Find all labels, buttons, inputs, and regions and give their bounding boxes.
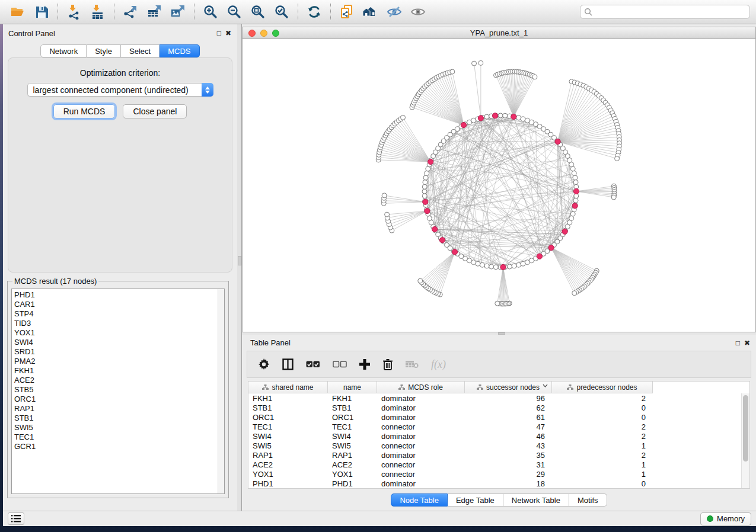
- open-file-button[interactable]: [6, 2, 30, 22]
- graph-hub-node[interactable]: [537, 254, 542, 259]
- graph-node[interactable]: [484, 114, 489, 119]
- mcds-result-item[interactable]: PHD1: [14, 290, 218, 300]
- graph-node[interactable]: [573, 175, 578, 180]
- graph-hub-node[interactable]: [423, 199, 428, 204]
- graph-hub-node[interactable]: [548, 245, 554, 251]
- graph-hub-node[interactable]: [500, 264, 506, 270]
- graph-node[interactable]: [425, 171, 429, 175]
- column-header-predecessor-nodes[interactable]: predecessor nodes: [552, 382, 653, 393]
- splitter-grip[interactable]: [238, 256, 241, 265]
- graph-hub-node[interactable]: [555, 139, 560, 144]
- graph-node[interactable]: [525, 260, 529, 265]
- memory-button[interactable]: Memory: [700, 512, 751, 525]
- graph-node[interactable]: [480, 262, 484, 267]
- search-box[interactable]: [580, 5, 750, 19]
- tab-network[interactable]: Network: [40, 44, 87, 57]
- graph-node[interactable]: [572, 171, 576, 175]
- graph-hub-node[interactable]: [478, 116, 483, 121]
- export-network-button[interactable]: [119, 2, 142, 22]
- deselect-all-button[interactable]: [333, 360, 347, 368]
- graph-hub-node[interactable]: [432, 226, 438, 232]
- mcds-result-item[interactable]: GCR1: [14, 442, 218, 451]
- zoom-selected-button[interactable]: [270, 2, 294, 22]
- graph-leaf-node[interactable]: [401, 115, 406, 120]
- tab-style[interactable]: Style: [87, 44, 121, 57]
- zoom-in-button[interactable]: [199, 2, 222, 22]
- graph-node[interactable]: [570, 211, 575, 216]
- graph-node[interactable]: [476, 261, 480, 266]
- mcds-result-item[interactable]: ORC1: [14, 395, 218, 404]
- first-neighbors-button[interactable]: [359, 2, 382, 22]
- graph-leaf-node[interactable]: [385, 212, 390, 217]
- tab-select[interactable]: Select: [121, 44, 160, 57]
- export-image-button[interactable]: [166, 2, 190, 22]
- tab-mcds[interactable]: MCDS: [160, 44, 199, 57]
- mcds-result-item[interactable]: TEC1: [14, 432, 218, 442]
- zoom-out-button[interactable]: [222, 2, 246, 22]
- graph-node[interactable]: [489, 264, 494, 269]
- mcds-list-scrollbar[interactable]: [218, 289, 224, 493]
- close-panel-icon[interactable]: ✖: [225, 30, 231, 37]
- save-session-button[interactable]: [30, 2, 53, 22]
- table-row[interactable]: SWI4SWI4dominator462: [248, 431, 741, 441]
- tab-motifs[interactable]: Motifs: [569, 493, 607, 507]
- mcds-result-item[interactable]: ACE2: [14, 376, 218, 385]
- table-scrollbar-thumb[interactable]: [743, 395, 748, 462]
- table-row[interactable]: RAP1RAP1dominator352: [248, 450, 741, 460]
- vertical-splitter[interactable]: [237, 24, 242, 511]
- graph-node[interactable]: [422, 189, 427, 194]
- search-input[interactable]: [595, 8, 746, 17]
- graph-node[interactable]: [422, 194, 427, 198]
- network-window-titlebar[interactable]: YPA_prune.txt_1: [243, 27, 755, 39]
- tab-network-table[interactable]: Network Table: [503, 493, 569, 507]
- tab-edge-table[interactable]: Edge Table: [448, 493, 503, 507]
- graph-node[interactable]: [516, 116, 521, 120]
- graph-leaf-node[interactable]: [418, 278, 423, 283]
- mcds-result-item[interactable]: SWI4: [14, 338, 218, 347]
- graph-node[interactable]: [498, 113, 503, 118]
- graph-leaf-node[interactable]: [382, 193, 387, 198]
- table-row[interactable]: YOX1YOX1connector291: [248, 469, 741, 479]
- graph-leaf-node[interactable]: [532, 75, 537, 79]
- mcds-result-item[interactable]: YOX1: [14, 328, 218, 338]
- graph-node[interactable]: [484, 264, 489, 268]
- column-header-shared-name[interactable]: shared name: [248, 382, 328, 393]
- column-header-successor-nodes[interactable]: successor nodes: [465, 382, 552, 393]
- graph-leaf-node[interactable]: [572, 291, 577, 296]
- table-row[interactable]: ORC1ORC1dominator610: [248, 412, 741, 422]
- table-settings-button[interactable]: [258, 358, 270, 370]
- graph-node[interactable]: [516, 262, 521, 267]
- mcds-result-item[interactable]: FKH1: [14, 366, 218, 376]
- graph-node[interactable]: [521, 117, 525, 121]
- graph-node[interactable]: [426, 166, 430, 171]
- mcds-result-list[interactable]: PHD1CAR1STP4TID3YOX1SWI4SRD1PMA2FKH1ACE2…: [11, 289, 225, 494]
- export-table-button[interactable]: [142, 2, 166, 22]
- float-panel-icon[interactable]: □: [736, 339, 740, 347]
- mcds-result-item[interactable]: STP4: [14, 309, 218, 319]
- run-mcds-button[interactable]: Run MCDS: [53, 104, 116, 118]
- graph-leaf-node[interactable]: [611, 195, 616, 200]
- graph-hub-node[interactable]: [572, 203, 578, 209]
- optimization-criterion-select[interactable]: largest connected component (undirected): [27, 83, 213, 97]
- graph-node[interactable]: [573, 198, 578, 203]
- zoom-fit-button[interactable]: [246, 2, 270, 22]
- graph-node[interactable]: [471, 118, 476, 123]
- graph-node[interactable]: [573, 180, 578, 185]
- table-row[interactable]: TEC1TEC1connector472: [248, 422, 741, 431]
- mcds-result-item[interactable]: STB5: [14, 385, 218, 395]
- mcds-result-item[interactable]: CAR1: [14, 300, 218, 309]
- graph-node[interactable]: [512, 264, 516, 268]
- close-panel-icon[interactable]: ✖: [744, 339, 750, 347]
- table-row[interactable]: ACE2ACE2connector311: [248, 460, 741, 469]
- graph-hub-node[interactable]: [428, 159, 433, 164]
- delete-table-button[interactable]: [406, 360, 419, 368]
- import-table-button[interactable]: [86, 2, 110, 22]
- graph-node[interactable]: [493, 265, 498, 270]
- select-all-button[interactable]: [306, 360, 320, 368]
- graph-node[interactable]: [570, 166, 575, 171]
- graph-node[interactable]: [423, 175, 428, 180]
- graph-leaf-node[interactable]: [615, 156, 620, 161]
- graph-node[interactable]: [503, 113, 508, 118]
- mcds-result-item[interactable]: SRD1: [14, 347, 218, 357]
- graph-node[interactable]: [427, 216, 432, 220]
